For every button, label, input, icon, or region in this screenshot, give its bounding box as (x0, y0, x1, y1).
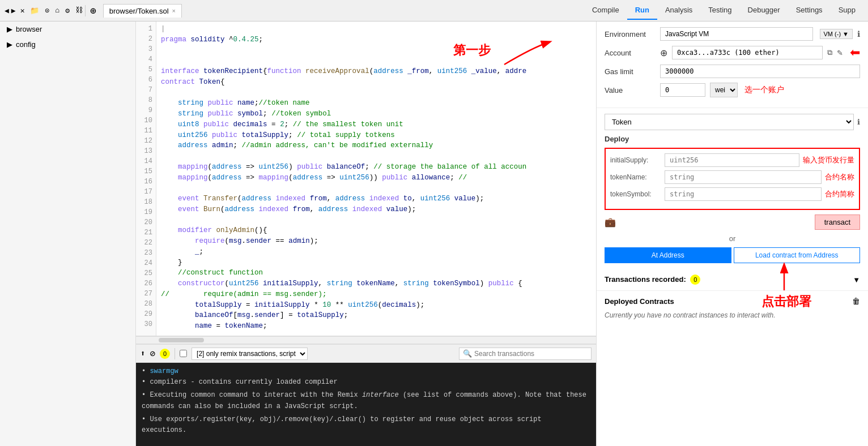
divider (175, 348, 175, 359)
log-line-1: • swarmgw (142, 366, 590, 377)
deployed-row: Deployed Contracts 🗑 (597, 291, 868, 311)
filter-select[interactable]: [2] only remix transactions, script (192, 348, 308, 360)
back-arrow-icon[interactable]: ◀ (5, 6, 9, 15)
info-icon[interactable]: ℹ (857, 29, 860, 38)
value-input[interactable]: 0 (660, 83, 705, 97)
transact-button[interactable]: transact (815, 215, 860, 230)
environment-row: Environment JavaScript VM VM (-) ▼ ℹ (605, 27, 860, 41)
value-row: Value 0 wei 选一个账户 (605, 83, 860, 97)
bottom-panel: ⬆ ⊘ 0 [2] only remix transactions, scrip… (136, 344, 596, 446)
arrow-icon: ▶ (7, 40, 12, 49)
gas-limit-label: Gas limit (605, 67, 656, 76)
token-symbol-field: tokenSymbol: 合约简称 (610, 187, 854, 201)
sidebar-item-browser[interactable]: ▶ browser (0, 22, 135, 37)
tab-supp[interactable]: Supp (831, 1, 863, 20)
token-symbol-label: tokenSymbol: (610, 190, 661, 198)
plus-icon[interactable]: ⊕ (90, 5, 96, 17)
editor-area: 12345 678910 1112131415 1617181920 21222… (136, 22, 596, 446)
bottom-content: • swarmgw • compilers - contains current… (136, 363, 596, 446)
deploy-section: Token ℹ Deploy initialSupply: 输入货币发行量 to… (597, 108, 868, 269)
remix-watermark: remix (142, 438, 590, 446)
expand-icon[interactable]: ⬆ (141, 349, 145, 358)
transactions-chevron-icon: ▼ (853, 276, 860, 284)
plus-account-icon[interactable]: ⊕ (660, 48, 667, 58)
github-icon[interactable]: ⊙ (45, 6, 49, 15)
select-account-annotation: 选一个账户 (744, 85, 784, 95)
settings-gear-icon[interactable]: ⚙ (65, 6, 70, 15)
environment-section: Environment JavaScript VM VM (-) ▼ ℹ Acc… (597, 22, 868, 108)
load-contract-button[interactable]: Load contract from Address (734, 247, 861, 263)
right-panel: Environment JavaScript VM VM (-) ▼ ℹ Acc… (596, 22, 868, 446)
annotation-arrow-account: ⬅ (850, 45, 860, 60)
swarmgw-link[interactable]: swarmgw (150, 367, 178, 375)
clear-icon[interactable]: ⊘ (150, 348, 155, 359)
tab-settings[interactable]: Settings (788, 1, 831, 20)
left-sidebar: ▶ browser ▶ config (0, 22, 136, 446)
h-scrollbar[interactable] (136, 336, 596, 344)
toolbar-divider (85, 5, 86, 16)
deploy-inputs-box: initialSupply: 输入货币发行量 tokenName: 合约名称 t… (605, 148, 860, 210)
token-name-field: tokenName: 合约名称 (610, 170, 854, 184)
deployed-title: Deployed Contracts (605, 297, 674, 306)
gas-limit-value[interactable]: 3000000 (660, 65, 860, 78)
edit-account-icon[interactable]: ✎ (837, 49, 843, 57)
file-tab-label: browser/Token.sol (109, 7, 169, 15)
token-name-input[interactable] (665, 170, 822, 184)
transactions-row[interactable]: Transactions recorded: 0 ▼ (597, 269, 868, 291)
contract-select[interactable]: Token (605, 114, 854, 130)
contract-info-icon[interactable]: ℹ (857, 118, 860, 127)
deploy-label: Deploy (605, 135, 860, 143)
top-toolbar: ◀ ▶ ✕ 📁 ⊙ ⌂ ⚙ ⛓ ⊕ browser/Token.sol × Co… (0, 0, 868, 22)
vm-badge[interactable]: VM (-) ▼ (820, 29, 853, 39)
tab-compile[interactable]: Compile (584, 1, 627, 20)
sidebar-item-label: browser (16, 25, 42, 33)
tab-run[interactable]: Run (627, 1, 657, 20)
forward-arrow-icon[interactable]: ▶ (11, 6, 16, 15)
code-container[interactable]: 12345 678910 1112131415 1617181920 21222… (136, 22, 596, 336)
token-name-label: tokenName: (610, 173, 661, 181)
environment-select[interactable]: JavaScript VM (660, 27, 813, 41)
at-address-button[interactable]: At Address (605, 247, 731, 263)
initial-supply-field: initialSupply: 输入货币发行量 (610, 153, 854, 167)
nav-arrows: ◀ ▶ (5, 6, 16, 15)
git-icon[interactable]: ⌂ (55, 6, 59, 15)
sidebar-item-config[interactable]: ▶ config (0, 37, 135, 52)
file-tab[interactable]: browser/Token.sol × (103, 4, 182, 18)
environment-value: JavaScript VM (665, 30, 709, 38)
transactions-title: Transactions recorded: 0 (605, 275, 700, 285)
transact-row: 💼 transact (605, 215, 860, 230)
trash-icon[interactable]: 🗑 (852, 297, 860, 306)
toolbar-icons: ✕ 📁 ⊙ ⌂ ⚙ ⛓ (20, 6, 83, 15)
gas-limit-row: Gas limit 3000000 (605, 65, 860, 78)
search-icon: 🔍 (463, 349, 472, 358)
value-unit-select[interactable]: wei (710, 83, 738, 97)
tab-debugger[interactable]: Debugger (740, 1, 788, 20)
folder-icon[interactable]: 📁 (30, 6, 39, 15)
top-right-tabs: Compile Run Analysis Testing Debugger Se… (584, 1, 863, 20)
search-box: 🔍 (459, 348, 592, 360)
token-symbol-input[interactable] (665, 187, 822, 201)
log-line-3: • Executing common command to interact w… (142, 390, 590, 411)
code-editor[interactable]: | pragma solidity ^0.4.25; interface tok… (156, 22, 596, 336)
search-input[interactable] (474, 350, 588, 358)
bottom-toolbar: ⬆ ⊘ 0 [2] only remix transactions, scrip… (136, 345, 596, 363)
token-symbol-hint: 合约简称 (825, 189, 854, 199)
main-area: ▶ browser ▶ config 12345 678910 11121314… (0, 22, 868, 446)
briefcase-icon: 💼 (605, 217, 616, 228)
sidebar-item-label: config (16, 40, 36, 49)
initial-supply-label: initialSupply: (610, 156, 661, 164)
initial-supply-input[interactable] (665, 153, 799, 167)
link-icon[interactable]: ⛓ (75, 6, 83, 15)
copy-account-icon[interactable]: ⧉ (827, 48, 832, 57)
tab-testing[interactable]: Testing (700, 1, 739, 20)
address-buttons: At Address Load contract from Address (605, 247, 860, 263)
account-row: Account ⊕ 0xca3...a733c (100 ether) ⧉ ✎ … (605, 45, 860, 60)
file-tab-close[interactable]: × (172, 7, 176, 14)
or-text: or (605, 234, 860, 243)
filter-checkbox[interactable] (180, 350, 187, 357)
value-label: Value (605, 86, 656, 95)
token-name-hint: 合约名称 (825, 172, 854, 182)
tab-analysis[interactable]: Analysis (657, 1, 700, 20)
close-icon[interactable]: ✕ (20, 6, 25, 15)
account-label: Account (605, 49, 656, 57)
